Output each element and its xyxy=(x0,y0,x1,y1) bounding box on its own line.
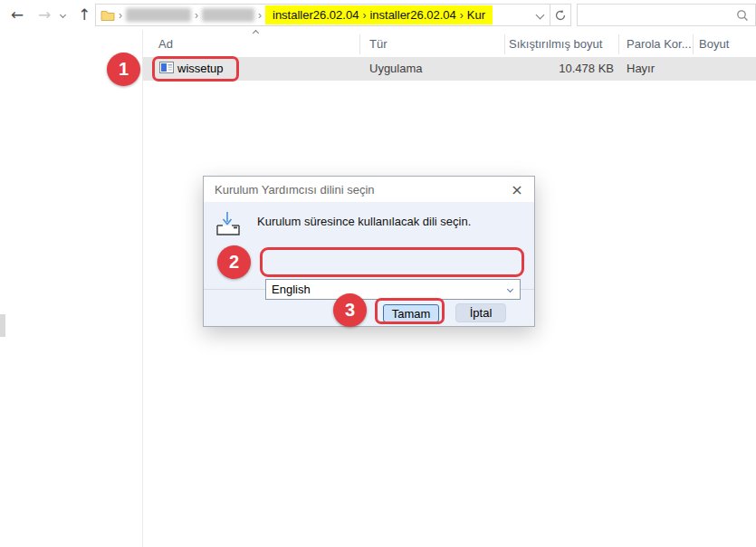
close-icon: × xyxy=(511,181,522,198)
cancel-button[interactable]: İptal xyxy=(455,303,506,322)
installer-icon xyxy=(215,210,241,241)
breadcrumb-item[interactable]: installer26.02.04 xyxy=(369,8,455,22)
file-type: Uygulama xyxy=(369,62,423,75)
column-divider xyxy=(693,34,694,54)
refresh-button[interactable] xyxy=(550,5,570,25)
sort-ascending-icon xyxy=(253,30,259,36)
language-select[interactable]: English xyxy=(265,279,521,300)
search-input[interactable] xyxy=(578,5,736,25)
dialog-body: Kurulum süresince kullanılacak dili seçi… xyxy=(204,202,534,290)
dialog-title: Kurulum Yardımcısı dilini seçin xyxy=(215,183,509,197)
breadcrumb-item[interactable]: Kur xyxy=(467,8,485,22)
chevron-down-icon xyxy=(535,11,544,20)
breadcrumb-separator-icon: › xyxy=(362,9,366,22)
search-icon xyxy=(736,9,749,22)
annotation-step-2: 2 xyxy=(217,245,251,279)
up-button[interactable]: ↑ xyxy=(72,3,96,26)
column-header-sikistirilmis-boyut[interactable]: Sıkıştırılmış boyut xyxy=(509,37,602,51)
breadcrumb-separator-icon: › xyxy=(195,9,198,22)
column-header-ad[interactable]: Ad xyxy=(158,37,173,51)
address-dropdown-button[interactable] xyxy=(530,5,550,25)
forward-button[interactable]: → xyxy=(33,3,56,26)
folder-icon xyxy=(100,9,115,22)
search-box[interactable] xyxy=(577,4,756,26)
close-button[interactable]: × xyxy=(509,181,525,197)
column-divider xyxy=(618,34,619,54)
dialog-title-bar[interactable]: Kurulum Yardımcısı dilini seçin × xyxy=(204,177,534,202)
table-row[interactable]: wissetup Uygulama 10.478 KB Hayır xyxy=(143,57,756,81)
file-password-protected: Hayır xyxy=(627,62,655,75)
column-header-row: Ad Tür Sıkıştırılmış boyut Parola Kor...… xyxy=(143,33,756,56)
breadcrumb-separator-icon: › xyxy=(460,9,464,22)
language-select-dialog: Kurulum Yardımcısı dilini seçin × Kurulu… xyxy=(203,176,535,327)
forward-arrow-icon: → xyxy=(38,5,51,24)
address-bar[interactable]: › › › installer26.02.04 › installer26.02… xyxy=(95,4,571,26)
column-divider xyxy=(504,34,505,54)
chevron-down-icon xyxy=(59,11,65,17)
annotation-step-1: 1 xyxy=(107,53,140,86)
toolbar: ← → ↑ › › › installer26.02.04 › installe… xyxy=(0,0,756,30)
application-file-icon xyxy=(159,62,174,76)
breadcrumb-item[interactable]: installer26.02.04 xyxy=(273,8,359,22)
chevron-down-icon xyxy=(507,286,513,293)
refresh-icon xyxy=(554,9,567,22)
breadcrumb-highlighted: installer26.02.04 › installer26.02.04 › … xyxy=(265,5,493,24)
dialog-message: Kurulum süresince kullanılacak dili seçi… xyxy=(257,215,471,228)
file-name[interactable]: wissetup xyxy=(177,62,224,75)
recent-locations-button[interactable] xyxy=(54,3,71,26)
column-header-boyut[interactable]: Boyut xyxy=(699,37,729,51)
language-select-value: English xyxy=(272,283,508,296)
up-arrow-icon: ↑ xyxy=(78,5,91,24)
column-divider xyxy=(359,34,360,54)
back-button[interactable]: ← xyxy=(5,3,29,26)
back-arrow-icon: ← xyxy=(11,5,24,24)
column-header-parola[interactable]: Parola Kor... xyxy=(627,37,692,51)
nav-pane-scrollbar[interactable] xyxy=(0,314,5,337)
explorer-window: ← → ↑ › › › installer26.02.04 › installe… xyxy=(0,0,756,547)
nav-pane-divider xyxy=(142,30,143,547)
column-header-tur[interactable]: Tür xyxy=(369,37,388,51)
annotation-step-3: 3 xyxy=(333,293,367,327)
redacted-path-segment[interactable] xyxy=(126,8,191,22)
breadcrumb-separator-icon: › xyxy=(258,9,262,22)
file-compressed-size: 10.478 KB xyxy=(523,62,614,75)
breadcrumb-separator-icon: › xyxy=(119,9,122,22)
redacted-path-segment[interactable] xyxy=(202,8,254,22)
ok-button[interactable]: Tamam xyxy=(383,304,439,322)
